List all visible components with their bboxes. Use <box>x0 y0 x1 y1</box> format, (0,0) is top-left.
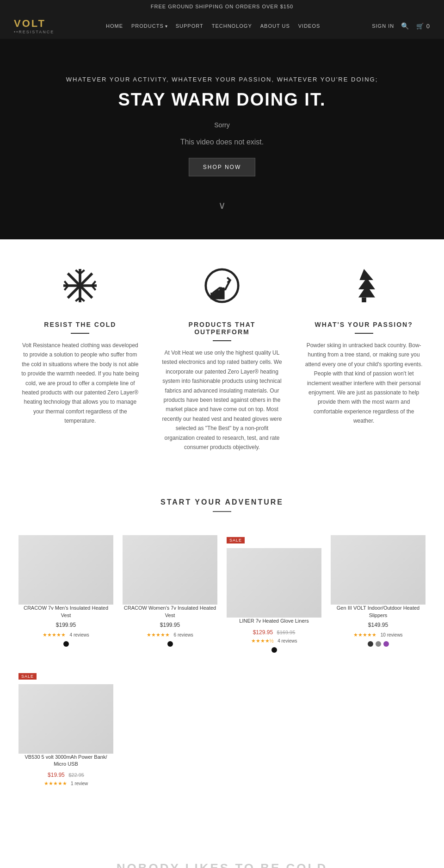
sale-badge-5: SALE <box>18 673 37 680</box>
nav-support[interactable]: SUPPORT <box>176 23 204 29</box>
product-price-3: $129.95 $169.95 <box>227 628 321 636</box>
color-dots-3 <box>227 647 321 653</box>
spacer <box>0 796 444 833</box>
cart-icon[interactable]: 🛒 0 <box>416 23 430 30</box>
hero-shop-now-button[interactable]: SHOP NOW <box>189 158 255 176</box>
product-img-2 <box>123 535 217 605</box>
product-img-3 <box>227 548 321 618</box>
feature-outperform-desc: At Volt Heat we use only the highest qua… <box>162 348 282 452</box>
nav-home[interactable]: HOME <box>106 23 123 29</box>
feature-divider-1 <box>71 333 89 334</box>
sale-price-3: $129.95 <box>253 629 273 636</box>
stars-1: ★★★★★ <box>43 632 66 637</box>
feature-resist-cold: RESIST THE COLD Volt Resistance heated c… <box>20 267 140 426</box>
reviews-3: 4 reviews <box>278 638 297 643</box>
product-card-3[interactable]: SALE LINER 7v Heated Glove Liners $129.9… <box>227 535 321 652</box>
snowflake-icon <box>20 267 140 312</box>
svg-rect-18 <box>216 291 219 298</box>
product-rating-1: ★★★★★ 4 reviews <box>18 630 113 638</box>
product-name-1: CRACOW 7v Men's Insulated Heated Vest <box>18 605 113 619</box>
reviews-1: 4 reviews <box>70 632 89 637</box>
chart-icon <box>162 267 282 312</box>
reviews-4: 10 reviews <box>381 632 403 637</box>
product-rating-2: ★★★★★ 6 reviews <box>123 630 217 638</box>
nav-videos[interactable]: VIDEOS <box>298 23 321 29</box>
main-nav: HOME PRODUCTS ▾ SUPPORT TECHNOLOGY ABOUT… <box>106 23 320 29</box>
feature-resist-cold-title: RESIST THE COLD <box>20 321 140 328</box>
promo-section: NOBODY LIKES TO BE COLD SHOP NOW <box>0 833 444 868</box>
search-icon[interactable]: 🔍 <box>401 22 409 30</box>
reviews-2: 6 reviews <box>174 632 193 637</box>
color-dot-black-3[interactable] <box>271 647 277 653</box>
product-name-4: Gen III VOLT Indoor/Outdoor Heated Slipp… <box>331 605 426 619</box>
product-img-1 <box>18 535 113 605</box>
product-card-1[interactable]: CRACOW 7v Men's Insulated Heated Vest $1… <box>18 535 113 652</box>
sign-in-link[interactable]: SIGN IN <box>372 23 394 29</box>
hero-video-error1: Sorry <box>214 121 229 129</box>
header: VOLT ••RESISTANCE HOME PRODUCTS ▾ SUPPOR… <box>0 13 444 39</box>
svg-point-12 <box>77 283 83 289</box>
color-dots-1 <box>18 641 113 647</box>
reviews-5: 1 review <box>71 781 88 786</box>
stars-3: ★★★★½ <box>251 638 274 643</box>
color-dot-black-1[interactable] <box>63 641 69 647</box>
logo-sub: ••RESISTANCE <box>14 30 54 34</box>
product-img-5 <box>18 684 113 754</box>
top-banner: FREE GROUND SHIPPING ON ORDERS OVER $150 <box>0 0 444 13</box>
product-rating-3: ★★★★½ 4 reviews <box>227 636 321 644</box>
logo[interactable]: VOLT ••RESISTANCE <box>14 18 54 34</box>
product-name-2: CRACOW Women's 7v Insulated Heated Vest <box>123 605 217 619</box>
feature-outperform: PRODUCTS THAT OUTPERFORM At Volt Heat we… <box>162 267 282 452</box>
stars-2: ★★★★★ <box>147 632 170 637</box>
adventure-title: START YOUR ADVENTURE <box>18 498 426 506</box>
svg-rect-17 <box>212 294 215 299</box>
tree-icon <box>304 267 424 312</box>
product-name-5: VB530 5 volt 3000mAh Power Bank/ Micro U… <box>18 754 113 768</box>
product-card-4[interactable]: Gen III VOLT Indoor/Outdoor Heated Slipp… <box>331 535 426 652</box>
color-dot-gray-4[interactable] <box>376 641 381 647</box>
feature-passion-title: WHAT'S YOUR PASSION? <box>304 321 424 328</box>
cart-count: 0 <box>426 23 430 30</box>
stars-4: ★★★★★ <box>353 632 376 637</box>
adventure-section: START YOUR ADVENTURE <box>0 480 444 535</box>
product-rating-4: ★★★★★ 10 reviews <box>331 630 426 638</box>
feature-passion: WHAT'S YOUR PASSION? Powder skiing in un… <box>304 267 424 426</box>
product-price-1: $199.95 <box>18 622 113 628</box>
product-card-5[interactable]: SALE VB530 5 volt 3000mAh Power Bank/ Mi… <box>18 671 113 787</box>
products-grid: CRACOW 7v Men's Insulated Heated Vest $1… <box>0 535 444 671</box>
hero-title: STAY WARM DOING IT. <box>118 90 326 110</box>
feature-divider-3 <box>355 333 373 334</box>
color-dot-dark-4[interactable] <box>368 641 373 647</box>
orig-price-3: $169.95 <box>277 630 296 635</box>
svg-rect-21 <box>362 298 366 302</box>
products-dropdown-arrow: ▾ <box>165 24 167 29</box>
product-price-2: $199.95 <box>123 622 217 628</box>
stars-5: ★★★★★ <box>44 781 67 786</box>
logo-main: VOLT <box>14 18 46 30</box>
promo-title: NOBODY LIKES TO BE COLD <box>18 861 426 868</box>
color-dots-4 <box>331 641 426 647</box>
product-price-5: $19.95 $22.95 <box>18 770 113 779</box>
banner-text: FREE GROUND SHIPPING ON ORDERS OVER $150 <box>151 4 293 9</box>
nav-about[interactable]: ABOUT US <box>260 23 290 29</box>
feature-resist-cold-desc: Volt Resistance heated clothing was deve… <box>20 341 140 426</box>
orig-price-5: $22.95 <box>68 772 84 778</box>
scroll-arrow: ∨ <box>218 200 226 212</box>
nav-products[interactable]: PRODUCTS <box>131 23 164 29</box>
feature-passion-desc: Powder skiing in untracked back country.… <box>304 341 424 426</box>
hero-video-error2: This video does not exist. <box>180 138 264 146</box>
nav-technology[interactable]: TECHNOLOGY <box>212 23 252 29</box>
header-right: SIGN IN 🔍 🛒 0 <box>372 22 430 30</box>
feature-divider-2 <box>213 340 231 341</box>
nav-products-group[interactable]: PRODUCTS ▾ <box>131 23 167 29</box>
hero-section: WHATEVER YOUR ACTIVITY, WHATEVER YOUR PA… <box>0 39 444 239</box>
adventure-divider <box>213 511 231 512</box>
svg-marker-20 <box>358 269 375 298</box>
product-card-2[interactable]: CRACOW Women's 7v Insulated Heated Vest … <box>123 535 217 652</box>
feature-outperform-title: PRODUCTS THAT OUTPERFORM <box>162 321 282 336</box>
product-name-3: LINER 7v Heated Glove Liners <box>227 618 321 624</box>
products-row2: SALE VB530 5 volt 3000mAh Power Bank/ Mi… <box>0 671 444 797</box>
hero-subtext: WHATEVER YOUR ACTIVITY, WHATEVER YOUR PA… <box>66 76 378 83</box>
color-dot-purple-4[interactable] <box>383 641 389 647</box>
color-dot-black-2[interactable] <box>167 641 173 647</box>
